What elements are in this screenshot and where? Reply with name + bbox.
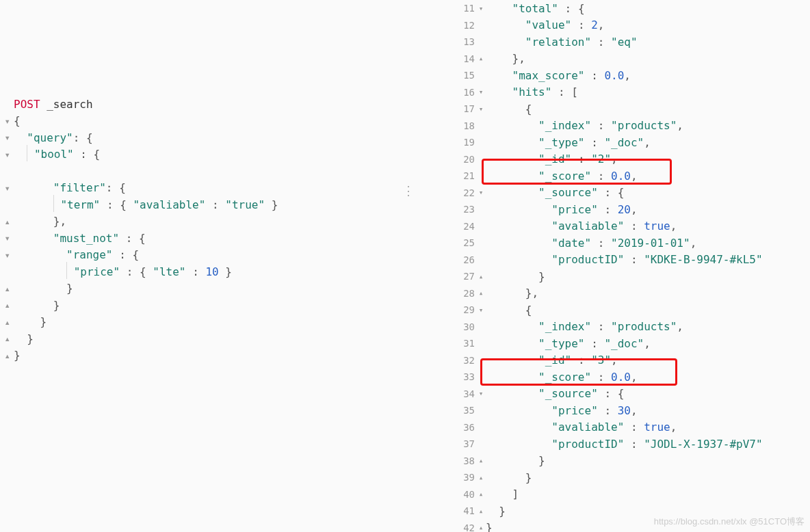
fold-marker: [0, 196, 12, 213]
line-number: 37: [453, 438, 476, 449]
line-number: 15: [453, 70, 476, 81]
code-line[interactable]: 22▾ "_source" : {: [453, 185, 763, 202]
line-number: 29: [453, 304, 476, 315]
fold-marker[interactable]: ▴: [476, 54, 486, 63]
line-number: 34: [453, 388, 476, 399]
code-line[interactable]: 18 "_index" : "products",: [453, 118, 763, 135]
fold-marker[interactable]: ▾: [476, 88, 486, 96]
code-line[interactable]: 39▴ }: [453, 469, 763, 486]
fold-marker[interactable]: ▾: [0, 180, 12, 197]
fold-marker[interactable]: ▾: [476, 4, 486, 13]
fold-marker[interactable]: ▾: [0, 113, 12, 130]
fold-marker[interactable]: ▴: [0, 297, 12, 314]
code-line[interactable]: 19 "_type" : "_doc",: [453, 134, 763, 151]
fold-marker[interactable]: ▴: [0, 280, 12, 297]
request-pane[interactable]: ▾▾▾▾▴▾▾▴▴▴▴▴ POST _search{ "query": { "b…: [0, 0, 410, 532]
code-line[interactable]: }: [14, 330, 278, 347]
code-line[interactable]: 13 "relation" : "eq": [453, 34, 763, 51]
fold-marker[interactable]: ▴: [476, 490, 486, 498]
code-line[interactable]: 27▴ }: [453, 268, 763, 285]
code-line[interactable]: 20 "_id" : "2",: [453, 151, 763, 168]
fold-marker[interactable]: ▴: [476, 523, 486, 532]
fold-marker[interactable]: ▾: [476, 389, 486, 398]
watermark-text: https://blog.csdn.net/xlx @51CTO博客: [654, 516, 805, 528]
fold-marker[interactable]: ▾: [0, 146, 12, 163]
code-line[interactable]: 24 "avaliable" : true,: [453, 218, 763, 235]
line-number: 25: [453, 237, 476, 248]
line-number: 28: [453, 288, 476, 299]
code-line[interactable]: 23 "price" : 20,: [453, 201, 763, 218]
code-line[interactable]: 32 "_id" : "3",: [453, 352, 763, 369]
code-line[interactable]: POST _search: [14, 96, 278, 113]
code-line[interactable]: }: [14, 314, 278, 331]
code-line[interactable]: 38▴ }: [453, 453, 763, 470]
code-line[interactable]: 17▾ {: [453, 101, 763, 118]
code-line[interactable]: {: [14, 113, 278, 130]
code-line[interactable]: }: [14, 280, 278, 297]
code-line[interactable]: }: [14, 297, 278, 314]
code-line[interactable]: 26 "productID" : "KDKE-B-9947-#kL5": [453, 252, 763, 269]
code-line[interactable]: 16▾ "hits" : [: [453, 84, 763, 101]
line-number: 27: [453, 271, 476, 282]
fold-marker[interactable]: ▾: [476, 188, 486, 197]
fold-marker[interactable]: ▴: [0, 330, 12, 347]
code-line[interactable]: "range" : {: [14, 247, 278, 264]
line-number: 40: [453, 489, 476, 500]
fold-marker[interactable]: ▴: [0, 314, 12, 331]
fold-marker[interactable]: ▾: [0, 230, 12, 247]
code-line[interactable]: 34▾ "_source" : {: [453, 386, 763, 403]
line-number: 36: [453, 422, 476, 433]
code-line[interactable]: "bool" : {: [14, 146, 278, 163]
fold-marker[interactable]: ▴: [476, 456, 486, 465]
line-number: 26: [453, 254, 476, 265]
line-number: 20: [453, 154, 476, 165]
fold-marker[interactable]: ▾: [476, 105, 486, 114]
code-line[interactable]: 11▾ "total" : {: [453, 0, 763, 17]
code-line[interactable]: 35 "price" : 30,: [453, 402, 763, 419]
line-number: 23: [453, 204, 476, 215]
code-line[interactable]: 15 "max_score" : 0.0,: [453, 67, 763, 84]
code-line[interactable]: 30 "_index" : "products",: [453, 319, 763, 336]
line-number: 39: [453, 472, 476, 483]
line-number: 12: [453, 20, 476, 31]
fold-marker[interactable]: ▾: [476, 306, 486, 315]
code-line[interactable]: 14▴ },: [453, 51, 763, 68]
code-line[interactable]: "query": {: [14, 129, 278, 146]
fold-marker[interactable]: ▴: [476, 473, 486, 482]
code-line[interactable]: }: [14, 347, 278, 364]
response-code[interactable]: 11▾ "total" : {12 "value" : 2,13 "relati…: [453, 0, 763, 532]
fold-marker[interactable]: ▴: [476, 289, 486, 297]
code-line[interactable]: 40▴ ]: [453, 486, 763, 503]
line-number: 31: [453, 338, 476, 349]
code-line[interactable]: "filter": {: [14, 180, 278, 197]
code-line[interactable]: 36 "avaliable" : true,: [453, 419, 763, 436]
resize-handle-icon[interactable]: ⋮: [402, 183, 415, 198]
fold-marker[interactable]: ▴: [0, 213, 12, 230]
fold-marker[interactable]: ▾: [0, 247, 12, 264]
code-line[interactable]: 12 "value" : 2,: [453, 17, 763, 34]
code-line[interactable]: [14, 163, 278, 180]
line-number: 14: [453, 53, 476, 64]
code-line[interactable]: "term" : { "avaliable" : "true" }: [14, 196, 278, 213]
code-line[interactable]: 33 "_score" : 0.0,: [453, 369, 763, 386]
code-line[interactable]: 28▴ },: [453, 285, 763, 302]
line-number: 19: [453, 137, 476, 148]
code-line[interactable]: 25 "date" : "2019-01-01",: [453, 235, 763, 252]
code-line[interactable]: "price" : { "lte" : 10 }: [14, 263, 278, 280]
line-number: 17: [453, 103, 476, 114]
code-line[interactable]: 31 "_type" : "_doc",: [453, 335, 763, 352]
response-pane[interactable]: 11▾ "total" : {12 "value" : 2,13 "relati…: [410, 0, 810, 532]
code-line[interactable]: "must_not" : {: [14, 230, 278, 247]
fold-marker[interactable]: ▴: [0, 347, 12, 364]
code-line[interactable]: 37 "productID" : "JODL-X-1937-#pV7": [453, 436, 763, 453]
request-code[interactable]: POST _search{ "query": { "bool" : { "fil…: [14, 96, 278, 364]
code-line[interactable]: 21 "_score" : 0.0,: [453, 168, 763, 185]
code-line[interactable]: 29▾ {: [453, 302, 763, 319]
fold-marker: [0, 263, 12, 280]
fold-marker[interactable]: ▴: [476, 272, 486, 281]
code-line[interactable]: },: [14, 213, 278, 230]
fold-marker[interactable]: ▾: [0, 129, 12, 146]
fold-marker[interactable]: ▴: [476, 507, 486, 516]
fold-marker: [0, 96, 12, 113]
line-number: 41: [453, 505, 476, 516]
